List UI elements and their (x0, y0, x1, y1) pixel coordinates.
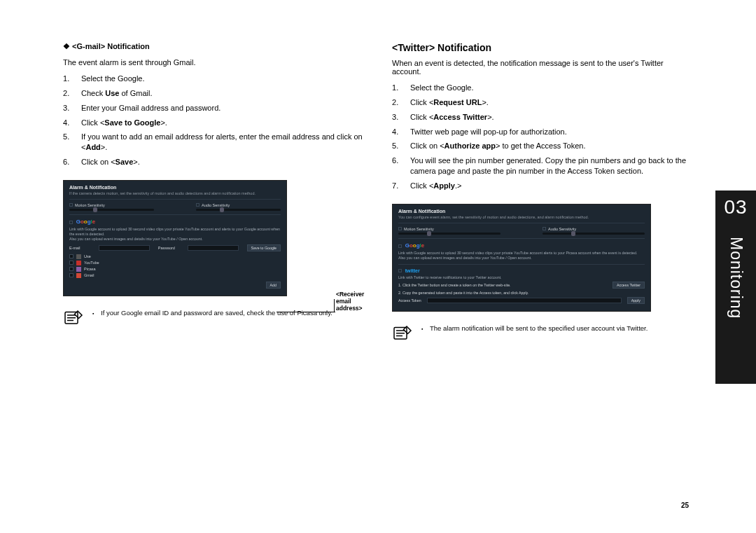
youtube-icon (76, 261, 81, 265)
gmail-note: If your Google email ID and password are… (63, 309, 364, 326)
twitter-desc-inner: Link with Twitter to receive notificatio… (398, 275, 645, 280)
audio-slider[interactable] (542, 233, 645, 235)
audio-slider[interactable] (196, 209, 281, 211)
twitter-note: The alarm notification will be sent to t… (392, 324, 693, 341)
checkbox[interactable] (69, 273, 74, 277)
list-item: Select the Google. (63, 74, 364, 84)
google-logo: Google (76, 219, 96, 225)
list-item: Enter your Gmail address and password. (63, 103, 364, 113)
list-item: Check Use of Gmail. (63, 88, 364, 99)
access-token-field[interactable] (427, 298, 622, 303)
list-item: Click <Access Twitter>. (392, 112, 693, 123)
twitter-config-screenshot: Alarm & Notification You can configure e… (392, 204, 651, 312)
page-number: 25 (681, 501, 689, 509)
list-item: Select the Google. (392, 83, 693, 93)
checkbox[interactable] (69, 267, 74, 271)
google-logo: Google (405, 242, 425, 249)
list-item: Click <Request URL>. (392, 97, 693, 108)
shot-subtitle: You can configure event alarm, set the s… (398, 215, 645, 219)
save-to-google-button[interactable]: Save to Google (247, 244, 281, 251)
left-column: <G-mail> Notification The event alarm is… (63, 42, 364, 533)
receiver-email-field[interactable] (69, 282, 262, 289)
gmail-icon (76, 273, 81, 278)
shot-title: Alarm & Notification (398, 209, 645, 214)
shot-subtitle: If the camera detects motion, set the se… (69, 191, 281, 195)
apply-button[interactable]: Apply (627, 297, 645, 304)
twitter-steps: Select the Google. Click <Request URL>. … (392, 83, 693, 191)
note-text: If your Google email ID and password are… (92, 309, 332, 317)
chapter-sidebar: 03 Monitoring (715, 191, 756, 384)
email-field[interactable] (99, 245, 150, 251)
list-item: You will see the pin number generated. C… (392, 155, 693, 176)
service-list: Use YouTube Picasa Gmail (69, 254, 281, 279)
list-item: Click on <Authorize app> to get the Acce… (392, 141, 693, 151)
right-column: <Twitter> Notification When an event is … (392, 42, 693, 533)
access-twitter-button[interactable]: Access Twitter (612, 282, 645, 289)
twitter-logo: twitter (405, 268, 420, 273)
twitter-heading: <Twitter> Notification (392, 42, 693, 53)
checkbox[interactable] (69, 261, 74, 265)
list-item: Click <Save to Google>. (63, 118, 364, 128)
chapter-number: 03 (724, 196, 747, 219)
list-item: Click on <Save>. (63, 157, 364, 167)
gmail-heading: <G-mail> Notification (63, 42, 364, 51)
service-icon (76, 254, 81, 259)
list-item: Click <Apply.> (392, 181, 693, 191)
note-icon (63, 309, 84, 326)
gmail-screenshot-wrap: Alarm & Notification If the camera detec… (63, 180, 364, 296)
gmail-steps: Select the Google. Check Use of Gmail. E… (63, 74, 364, 167)
chapter-title: Monitoring (727, 237, 746, 319)
motion-slider[interactable] (398, 233, 500, 235)
google-desc: Link with Google account to upload 30 se… (398, 251, 645, 261)
google-desc: Link with Google account to upload 30 se… (69, 227, 281, 242)
picasa-icon (76, 267, 81, 272)
note-icon (392, 324, 413, 341)
note-text: The alarm notification will be sent to t… (421, 324, 648, 333)
checkbox[interactable] (69, 254, 74, 258)
twitter-screenshot-wrap: Alarm & Notification You can configure e… (392, 204, 693, 312)
shot-title: Alarm & Notification (69, 185, 281, 190)
gmail-desc: The event alarm is sent through Gmail. (63, 58, 364, 67)
list-item: Twitter web page will pop-up for authori… (392, 127, 693, 137)
motion-slider[interactable] (69, 209, 154, 211)
gmail-config-screenshot: Alarm & Notification If the camera detec… (63, 180, 287, 296)
password-field[interactable] (188, 245, 239, 251)
list-item: If you want to add an email address for … (63, 132, 364, 153)
add-button[interactable]: Add (266, 282, 281, 289)
twitter-desc: When an event is detected, the notificat… (392, 59, 693, 76)
manual-page: <G-mail> Notification The event alarm is… (0, 0, 756, 533)
receiver-callout: <Receiveremail address> (336, 291, 364, 312)
